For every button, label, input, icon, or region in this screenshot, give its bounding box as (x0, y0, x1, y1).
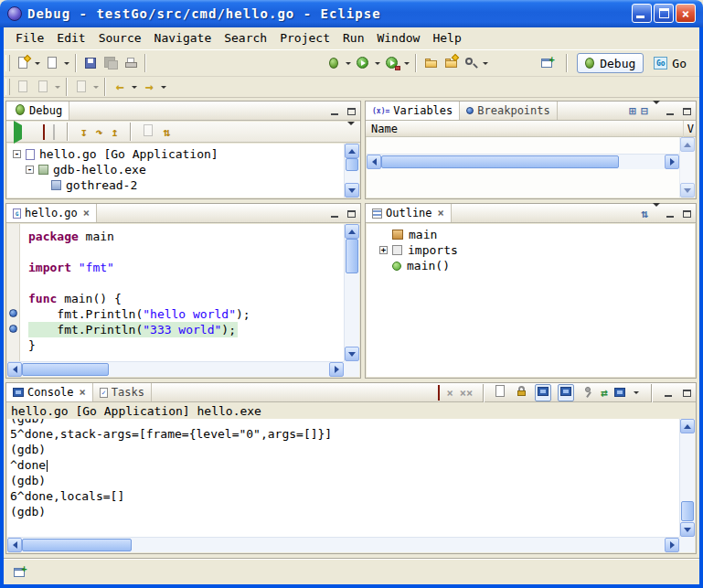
close-tab-icon[interactable]: × (83, 207, 90, 219)
minimize-button[interactable] (632, 4, 652, 23)
outline-view-menu-button[interactable] (653, 207, 660, 220)
tree-row[interactable]: main (374, 227, 695, 242)
console-terminate-button[interactable] (438, 386, 440, 400)
scroll-left-button[interactable] (7, 362, 22, 377)
scroll-up-button[interactable] (345, 224, 359, 239)
external-tools-button[interactable] (382, 53, 402, 73)
code-area[interactable]: package mainimport "fmt"func main() { fm… (21, 224, 344, 361)
scroll-down-button[interactable] (680, 183, 695, 198)
variables-scrollbar-thumb[interactable] (381, 155, 619, 168)
drop-to-frame-button[interactable] (144, 123, 154, 141)
new-element-dropdown-icon[interactable] (64, 62, 69, 65)
step-over-button[interactable]: ↷ (96, 125, 103, 139)
scroll-left-button[interactable] (7, 538, 22, 552)
tab-variables[interactable]: (x)= Variables (366, 102, 460, 120)
console-minimize-button[interactable] (663, 388, 675, 399)
console-vertical-scrollbar[interactable] (679, 419, 695, 537)
breakpoint-icon[interactable] (9, 325, 17, 333)
maximize-button[interactable] (654, 4, 674, 23)
variables-view-minimize-button[interactable] (665, 106, 676, 117)
run-button[interactable] (353, 53, 373, 73)
tab-breakpoints[interactable]: Breakpoints (460, 102, 557, 120)
debug-vertical-scrollbar[interactable] (344, 144, 359, 198)
column-value[interactable]: V (683, 121, 694, 137)
save-button[interactable] (80, 53, 101, 73)
menu-run[interactable]: Run (336, 27, 370, 49)
console-scrollbar-thumb-h[interactable] (22, 539, 132, 551)
scroll-left-button[interactable] (367, 155, 381, 169)
editor-annotation-ruler[interactable] (7, 224, 20, 361)
open-type-button[interactable] (441, 53, 461, 73)
remove-all-launches-button[interactable]: ×× (460, 386, 473, 400)
editor-vertical-scrollbar[interactable] (344, 224, 359, 361)
tab-debug[interactable]: Debug (6, 102, 69, 120)
search-dropdown-icon[interactable] (483, 62, 488, 65)
menu-source[interactable]: Source (92, 27, 148, 49)
expand-icon[interactable]: + (379, 246, 388, 254)
save-all-button[interactable] (101, 53, 121, 73)
clear-console-button[interactable] (495, 384, 507, 401)
open-console-button[interactable] (614, 386, 625, 400)
menu-project[interactable]: Project (273, 27, 336, 49)
collapse-all-button[interactable]: ⊟ (641, 104, 648, 118)
close-tab-icon[interactable]: × (438, 207, 444, 219)
toolbar-grip[interactable] (5, 79, 10, 95)
editor-minimize-button[interactable] (329, 208, 341, 219)
remove-launch-button[interactable]: × (446, 386, 453, 400)
menu-help[interactable]: Help (426, 27, 467, 49)
show-stderr-button[interactable] (558, 384, 574, 401)
perspective-debug-button[interactable]: Debug (577, 53, 644, 73)
outline-maximize-button[interactable] (681, 208, 693, 219)
collapse-icon[interactable]: - (26, 166, 34, 174)
next-annotation-button[interactable] (33, 77, 53, 97)
forward-dropdown-icon[interactable] (161, 86, 166, 89)
debug-view-menu-button[interactable] (347, 125, 355, 139)
debug-button[interactable] (324, 53, 344, 73)
outline-sort-button[interactable]: ⇅ (641, 207, 648, 220)
console-horizontal-scrollbar[interactable] (7, 537, 679, 552)
collapse-icon[interactable]: - (13, 150, 21, 158)
scroll-up-button[interactable] (680, 419, 695, 433)
new-element-button[interactable] (42, 53, 62, 73)
scroll-up-button[interactable] (345, 144, 359, 158)
tab-tasks[interactable]: ✓ Tasks (93, 383, 152, 401)
editor-scrollbar-thumb-h[interactable] (22, 363, 109, 376)
console-text-area[interactable]: (gdb)5^done,stack-args=[frame={level="0"… (7, 419, 679, 537)
console-scrollbar-thumb[interactable] (681, 501, 694, 521)
pin-console-button[interactable] (581, 384, 594, 401)
editor-horizontal-scrollbar[interactable] (7, 361, 344, 377)
scroll-down-button[interactable] (680, 522, 695, 537)
step-return-button[interactable]: ↥ (112, 125, 119, 139)
external-tools-dropdown-icon[interactable] (404, 62, 410, 65)
debug-scrollbar-thumb[interactable] (346, 158, 358, 171)
last-edit-location-button[interactable] (13, 77, 33, 97)
run-dropdown-icon[interactable] (375, 62, 380, 65)
previous-annotation-button[interactable] (71, 77, 91, 97)
tree-row[interactable]: gothread-2 (7, 177, 344, 193)
tab-outline[interactable]: Outline × (366, 204, 452, 222)
variables-view-maximize-button[interactable] (681, 106, 693, 117)
print-button[interactable] (121, 53, 141, 73)
suspend-button[interactable] (30, 125, 35, 139)
title-bar[interactable]: Debug - testGo/src/cmd/hello.go - Eclips… (0, 0, 703, 27)
console-maximize-button[interactable] (681, 388, 693, 399)
tree-row[interactable]: -gdb-hello.exe (7, 162, 344, 177)
disconnect-button[interactable] (53, 125, 55, 139)
fast-view-button[interactable]: + (9, 562, 29, 583)
scroll-down-button[interactable] (345, 347, 359, 361)
variables-detail-scrollbar[interactable] (679, 137, 695, 198)
scroll-right-button[interactable] (329, 362, 344, 377)
menu-edit[interactable]: Edit (50, 27, 91, 49)
scroll-lock-button[interactable] (514, 384, 528, 401)
variables-view-menu-button[interactable] (653, 104, 660, 118)
debug-dropdown-icon[interactable] (346, 62, 351, 65)
tree-row[interactable]: -hello.go [Go Application] (7, 146, 344, 162)
menu-window[interactable]: Window (370, 27, 426, 49)
breakpoint-icon[interactable] (9, 309, 17, 317)
tab-hello-go[interactable]: G hello.go × (6, 204, 97, 222)
column-name[interactable]: Name (371, 121, 398, 137)
use-step-filters-button[interactable]: ⇅ (163, 125, 170, 139)
search-button[interactable] (461, 53, 481, 73)
scroll-down-button[interactable] (345, 183, 359, 198)
close-tab-icon[interactable]: × (80, 386, 86, 399)
